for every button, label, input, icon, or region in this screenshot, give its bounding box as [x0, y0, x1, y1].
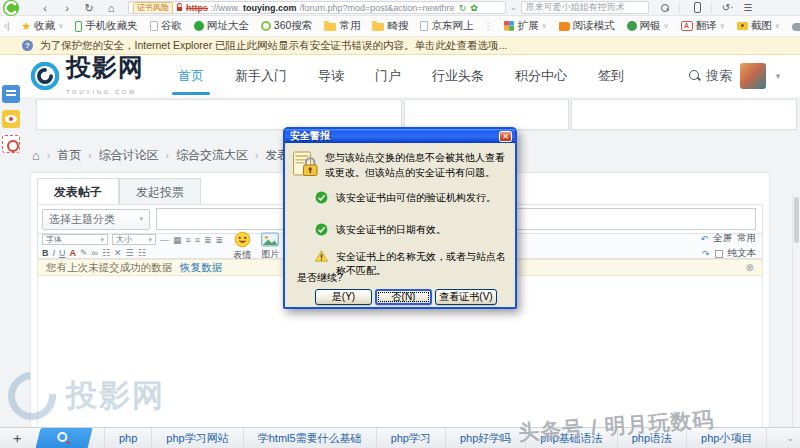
tab-new-post[interactable]: 发表帖子 [37, 178, 119, 207]
nav-item-points[interactable]: 积分中心 [513, 55, 569, 97]
redo-icon[interactable]: ↷ [702, 249, 710, 259]
nav-item-guide[interactable]: 导读 [316, 55, 346, 97]
history-undo-icon[interactable]: ↺· [722, 0, 734, 16]
dialog-close-button[interactable]: ✕ [499, 131, 512, 142]
bottom-link[interactable]: php语法 [618, 428, 687, 448]
nav-item-newbie[interactable]: 新手入门 [233, 55, 289, 97]
site-search-button[interactable]: 搜索 [689, 67, 732, 85]
bookmark-folder-common[interactable]: 常用 [324, 19, 360, 33]
italic-icon[interactable]: I [53, 248, 56, 258]
plaintext-checkbox[interactable] [715, 250, 723, 258]
tool-translate[interactable]: A翻译∨ [681, 19, 725, 33]
share-wechat-icon[interactable] [2, 135, 20, 153]
dialog-titlebar[interactable]: 安全警报 ✕ [285, 129, 515, 143]
avatar[interactable] [740, 63, 766, 89]
bottom-link[interactable]: php小项目 [687, 428, 767, 448]
globe-icon [194, 21, 204, 31]
bookmark-360-search[interactable]: 360搜索 [261, 19, 313, 33]
bottom-link[interactable]: php学习 [377, 428, 446, 448]
search-icon[interactable] [661, 4, 669, 12]
forward-button[interactable]: › [56, 0, 78, 16]
scrollbar[interactable] [792, 194, 799, 448]
tab-new-poll[interactable]: 发起投票 [119, 178, 201, 207]
ordered-list-icon[interactable]: ☰ [126, 248, 134, 258]
tool-reader-mode[interactable]: 阅读模式 [559, 19, 615, 33]
breadcrumb-section[interactable]: 综合交流大区 [176, 147, 248, 164]
bookmark-mobile-favorites[interactable]: 手机收藏夹 [75, 19, 138, 33]
tab-overflow-chevron[interactable]: ⌄ [786, 433, 794, 443]
bookmark-folder-2[interactable]: 畸搜 [372, 19, 408, 33]
fullscreen-toggle[interactable]: 全屏 [713, 232, 732, 245]
new-tab-button[interactable]: ＋ [10, 429, 24, 447]
indent-icon[interactable]: ≡ [195, 235, 200, 245]
bookmark-google[interactable]: 谷歌 [150, 19, 182, 33]
bottom-link[interactable]: php好学吗 [446, 428, 526, 448]
nav-item-checkin[interactable]: 签到 [596, 55, 626, 97]
hr-icon[interactable]: — [160, 235, 169, 245]
underline-icon[interactable]: U [59, 248, 66, 258]
outdent-icon[interactable]: ≡ [186, 235, 191, 245]
align-left-icon[interactable]: ≣ [204, 235, 212, 245]
nav-item-home[interactable]: 首页 [176, 55, 206, 97]
address-bar[interactable]: 证书风险 https://www.touying.com/forum.php?m… [128, 1, 506, 14]
brush-icon[interactable]: ✎ [80, 248, 88, 258]
browser-search-input[interactable]: 原来可爱小姐姐有控而术 [521, 1, 649, 14]
clear-format-icon[interactable]: ✕ [114, 248, 122, 258]
menu-icon[interactable]: ☰ [743, 0, 752, 16]
chevron-down-icon[interactable]: ▼ [774, 72, 782, 81]
align-center-icon[interactable]: ≣ [216, 235, 224, 245]
certificate-risk-badge[interactable]: 证书风险 [133, 2, 173, 14]
breadcrumb-home[interactable]: 首页 [57, 147, 81, 164]
media-icon[interactable]: ☷ [102, 248, 110, 258]
bottom-link[interactable]: php学习网站 [152, 428, 243, 448]
url-dropdown-chevron[interactable]: ⌄ [510, 3, 517, 12]
scrollbar-thumb[interactable] [794, 197, 799, 243]
refresh-icon[interactable]: ↻ [459, 3, 467, 13]
restore-data-link[interactable]: 恢复数据 [180, 261, 222, 275]
bottom-link[interactable]: 学html5需要什么基础 [244, 428, 377, 448]
yes-button[interactable]: 是(Y) [315, 289, 372, 305]
no-button[interactable]: 否(N) [375, 289, 432, 305]
bookmark-favorites[interactable]: ★收藏∨ [21, 19, 63, 33]
reload-button[interactable]: ↻ [78, 0, 100, 16]
active-search-tab[interactable] [35, 428, 92, 448]
emoji-button[interactable]: 表情 [233, 231, 251, 262]
tool-games[interactable]: 游戏∨ [792, 19, 800, 33]
home-icon[interactable]: ⌂ [32, 148, 40, 163]
share-weibo-icon[interactable] [2, 110, 20, 128]
unordered-list-icon[interactable]: ☷ [138, 248, 146, 258]
view-certificate-button[interactable]: 查看证书(V) [435, 289, 497, 305]
home-button[interactable]: ⌂ [100, 0, 122, 16]
nav-item-portal[interactable]: 门户 [373, 55, 403, 97]
image-button[interactable]: 图片 [261, 232, 279, 261]
table-icon[interactable]: ▦ [173, 235, 182, 245]
leaf-icon[interactable]: ✿ [470, 3, 478, 13]
category-select-label: 选择主题分类 [49, 212, 115, 227]
bookmark-site-directory[interactable]: 网址大全 [194, 19, 249, 33]
collapse-sidebar-icon[interactable]: ‹| [4, 21, 9, 31]
mobile-icon[interactable] [694, 2, 701, 13]
dialog-check-item: 该安全证书的日期有效。 [315, 223, 511, 237]
tool-extensions[interactable]: 扩展∨ [504, 19, 546, 33]
font-size-select[interactable]: 大小▾ [112, 234, 156, 245]
link-icon[interactable]: ∞ [92, 248, 98, 258]
tool-ebank[interactable]: 网银∨ [627, 19, 669, 33]
undo-icon[interactable]: ↶ [700, 234, 708, 244]
breadcrumb-forum[interactable]: 综合讨论区 [99, 147, 159, 164]
bottom-link-php[interactable]: php [104, 428, 152, 448]
bottom-link[interactable]: php基础语法 [526, 428, 617, 448]
font-family-select[interactable]: 字体▾ [42, 234, 108, 245]
share-qzone-icon[interactable] [2, 85, 20, 103]
nav-item-headlines[interactable]: 行业头条 [430, 55, 486, 97]
back-button[interactable]: ‹ [34, 0, 56, 16]
common-toggle[interactable]: 常用 [737, 232, 756, 245]
font-color-icon[interactable]: A [70, 248, 77, 258]
tool-screenshot[interactable]: 截图∨ [737, 19, 780, 33]
category-select[interactable]: 选择主题分类▾ [42, 209, 150, 230]
bookmark-jd[interactable]: 京东网上 [420, 19, 473, 33]
close-icon[interactable]: ⊗ [746, 262, 754, 273]
site-logo[interactable]: 投影网TOUYING.COM [30, 55, 144, 98]
browser-logo-icon[interactable] [2, 0, 20, 17]
bold-icon[interactable]: B [42, 248, 49, 258]
translate-icon: A [681, 21, 693, 31]
